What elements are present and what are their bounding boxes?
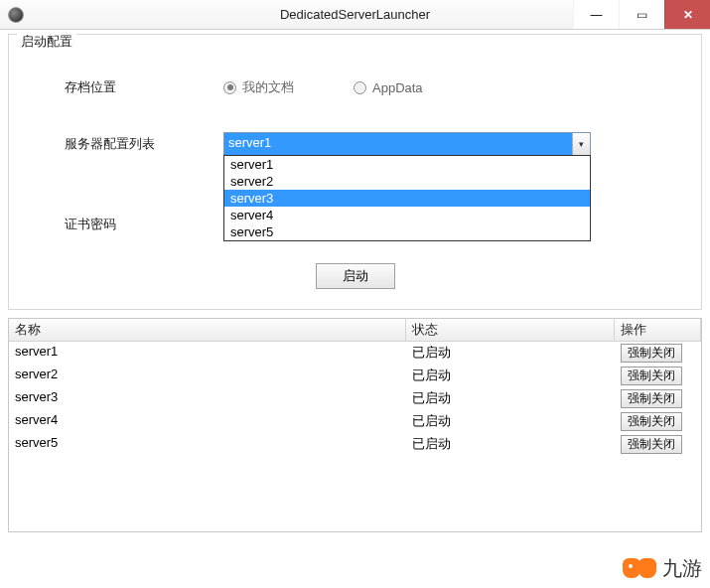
launch-row: 启动 bbox=[25, 263, 685, 289]
minimize-button[interactable]: — bbox=[573, 0, 619, 29]
radio-icon bbox=[354, 81, 366, 94]
cell-op: 强制关闭 bbox=[615, 365, 701, 387]
watermark-text: 九游 bbox=[662, 555, 702, 582]
cert-pwd-label: 证书密码 bbox=[25, 216, 223, 233]
watermark: 九游 bbox=[623, 554, 702, 582]
radio-appdata[interactable]: AppData bbox=[354, 80, 423, 95]
app-icon bbox=[8, 7, 24, 23]
jiuyou-icon bbox=[623, 554, 656, 582]
combobox-value: server1 bbox=[224, 133, 572, 155]
grid-header: 名称 状态 操作 bbox=[9, 319, 701, 342]
dropdown-item[interactable]: server2 bbox=[224, 173, 590, 190]
cell-name: server3 bbox=[9, 387, 406, 410]
cell-op: 强制关闭 bbox=[615, 387, 701, 410]
close-button[interactable]: ✕ bbox=[664, 0, 710, 29]
cell-op: 强制关闭 bbox=[615, 410, 701, 433]
dropdown-item[interactable]: server4 bbox=[224, 207, 590, 223]
titlebar: DedicatedServerLauncher — ▭ ✕ bbox=[0, 0, 710, 30]
cell-status: 已启动 bbox=[406, 410, 615, 433]
maximize-button[interactable]: ▭ bbox=[619, 0, 664, 29]
col-header-name[interactable]: 名称 bbox=[9, 319, 406, 342]
force-close-button[interactable]: 强制关闭 bbox=[621, 435, 682, 454]
radio-mydocs[interactable]: 我的文档 bbox=[223, 78, 294, 96]
col-header-status[interactable]: 状态 bbox=[406, 319, 615, 342]
save-location-row: 存档位置 我的文档 AppData bbox=[25, 78, 685, 96]
radio-icon bbox=[223, 81, 236, 94]
col-header-op[interactable]: 操作 bbox=[615, 319, 701, 342]
server-list-row: 服务器配置列表 server1 ▾ server1server2server3s… bbox=[25, 132, 685, 156]
cell-name: server1 bbox=[9, 342, 406, 365]
launch-config-group: 启动配置 存档位置 我的文档 AppData 服务器配置列表 server1 ▾… bbox=[8, 34, 702, 310]
cell-op: 强制关闭 bbox=[615, 342, 701, 365]
server-grid: 名称 状态 操作 server1已启动强制关闭server2已启动强制关闭ser… bbox=[8, 318, 702, 532]
group-legend: 启动配置 bbox=[17, 33, 76, 51]
dropdown-item[interactable]: server5 bbox=[224, 223, 590, 240]
table-row[interactable]: server3已启动强制关闭 bbox=[9, 387, 701, 410]
server-combobox[interactable]: server1 ▾ bbox=[223, 132, 591, 156]
radio-appdata-label: AppData bbox=[372, 80, 423, 95]
cell-name: server5 bbox=[9, 433, 406, 456]
table-row[interactable]: server1已启动强制关闭 bbox=[9, 342, 701, 365]
cell-status: 已启动 bbox=[406, 387, 615, 410]
table-row[interactable]: server2已启动强制关闭 bbox=[9, 365, 701, 387]
save-location-label: 存档位置 bbox=[25, 78, 223, 96]
radio-mydocs-label: 我的文档 bbox=[242, 78, 294, 96]
chevron-down-icon[interactable]: ▾ bbox=[572, 133, 590, 155]
cell-name: server2 bbox=[9, 365, 406, 387]
server-dropdown[interactable]: server1server2server3server4server5 bbox=[223, 155, 591, 241]
server-list-label: 服务器配置列表 bbox=[25, 135, 223, 153]
force-close-button[interactable]: 强制关闭 bbox=[621, 344, 682, 363]
cell-name: server4 bbox=[9, 410, 406, 433]
launch-button[interactable]: 启动 bbox=[316, 263, 395, 289]
force-close-button[interactable]: 强制关闭 bbox=[621, 389, 682, 408]
cell-status: 已启动 bbox=[406, 433, 615, 456]
table-row[interactable]: server4已启动强制关闭 bbox=[9, 410, 701, 433]
cell-status: 已启动 bbox=[406, 342, 615, 365]
dropdown-item[interactable]: server3 bbox=[224, 190, 590, 207]
window-buttons: — ▭ ✕ bbox=[573, 0, 710, 29]
cell-status: 已启动 bbox=[406, 365, 615, 387]
force-close-button[interactable]: 强制关闭 bbox=[621, 367, 682, 385]
force-close-button[interactable]: 强制关闭 bbox=[621, 412, 682, 431]
table-row[interactable]: server5已启动强制关闭 bbox=[9, 433, 701, 456]
dropdown-item[interactable]: server1 bbox=[224, 156, 590, 173]
cell-op: 强制关闭 bbox=[615, 433, 701, 456]
